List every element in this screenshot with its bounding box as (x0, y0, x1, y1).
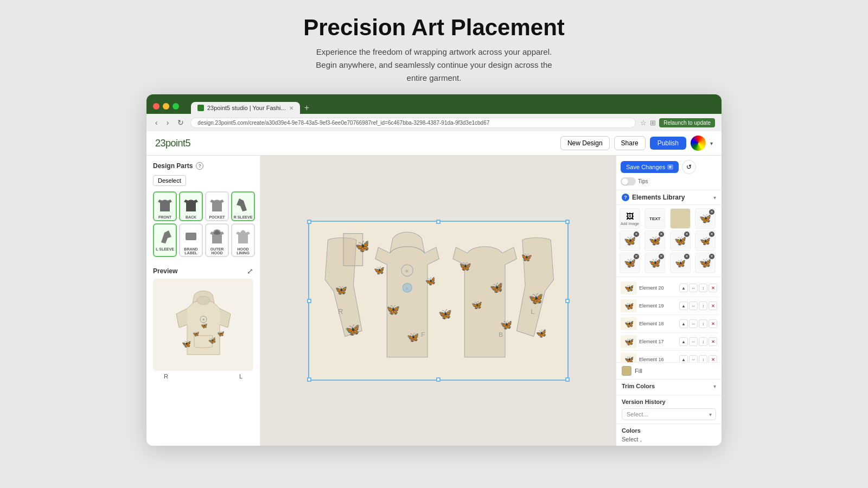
version-select[interactable]: Select... (622, 408, 716, 420)
design-parts-help-icon[interactable]: ? (196, 162, 203, 170)
ctrl-up-19[interactable]: ▲ (679, 301, 688, 310)
colors-select-row[interactable]: Select , (622, 436, 716, 442)
part-item-l-sleeve[interactable]: L SLEEVE (153, 223, 177, 257)
user-avatar[interactable] (691, 136, 706, 151)
part-item-front[interactable]: FRONT (153, 191, 177, 221)
tab-close-btn[interactable]: ✕ (289, 105, 293, 111)
handle-top-left[interactable] (307, 220, 311, 224)
relaunch-button[interactable]: Relaunch to update (659, 118, 715, 127)
element-row-20[interactable]: 🦋 Element 20 ▲ ↔ ↕ ✕ (620, 279, 718, 297)
elements-library-title: ? Elements Library (622, 194, 685, 201)
bookmark-icon[interactable]: ☆ (640, 119, 647, 127)
traffic-light-red[interactable] (153, 103, 159, 110)
part-item-back[interactable]: BACK (179, 191, 203, 221)
ctrl-up-18[interactable]: ▲ (679, 319, 688, 328)
element-row-18[interactable]: 🦋 Element 18 ▲ ↔ ↕ ✕ (620, 315, 718, 333)
element-row-16[interactable]: 🦋 Element 16 ▲ ↔ ↕ ✕ (620, 351, 718, 362)
share-button[interactable]: Share (614, 136, 646, 150)
lib-item-butterfly-9[interactable]: ✕ 🦋 (695, 253, 716, 273)
forward-nav-btn[interactable]: › (164, 117, 171, 128)
app-toolbar: 23point5 New Design Share Publish ▾ (146, 131, 722, 156)
ctrl-flip-h-18[interactable]: ↔ (689, 319, 698, 328)
lib-remove-btn-4[interactable]: ✕ (684, 232, 690, 237)
lib-remove-btn-9[interactable]: ✕ (709, 254, 714, 259)
ctrl-up-20[interactable]: ▲ (679, 284, 688, 292)
ctrl-up-16[interactable]: ▲ (679, 355, 688, 362)
new-tab-button[interactable]: + (300, 103, 314, 113)
ctrl-flip-h-20[interactable]: ↔ (689, 284, 698, 292)
lib-item-butterfly-6[interactable]: ✕ 🦋 (620, 253, 640, 273)
traffic-light-green[interactable] (173, 103, 179, 110)
handle-bottom-right[interactable] (565, 377, 570, 382)
lib-remove-btn-3[interactable]: ✕ (659, 232, 664, 237)
ctrl-flip-v-17[interactable]: ↕ (699, 337, 707, 346)
lib-item-add-image[interactable]: 🖼 Add Image (620, 208, 640, 229)
ctrl-flip-v-16[interactable]: ↕ (699, 355, 707, 362)
save-changes-button[interactable]: Save Changes ▾ (621, 161, 679, 173)
tab-title: 23point5 studio | Your Fashi... (207, 105, 286, 111)
app-content: 23point5 New Design Share Publish ▾ Desi… (146, 131, 722, 446)
lib-item-butterfly-1[interactable]: ✕ 🦋 (695, 208, 716, 229)
ctrl-up-17[interactable]: ▲ (679, 337, 688, 346)
ctrl-flip-h-16[interactable]: ↔ (689, 355, 698, 362)
lib-remove-btn-7[interactable]: ✕ (659, 254, 664, 259)
traffic-light-yellow[interactable] (163, 103, 169, 110)
elements-help-icon[interactable]: ? (622, 194, 629, 201)
trim-colors-header: Trim Colors ▾ (622, 383, 716, 389)
deselect-button[interactable]: Deselect (153, 175, 186, 186)
butterfly-1: 🦋 (354, 240, 371, 254)
ctrl-remove-20[interactable]: ✕ (709, 284, 717, 292)
ctrl-flip-h-17[interactable]: ↔ (689, 337, 698, 346)
lib-item-butterfly-5[interactable]: ✕ 🦋 (695, 230, 716, 251)
ctrl-flip-v-19[interactable]: ↕ (699, 301, 707, 310)
lib-remove-btn-1[interactable]: ✕ (709, 209, 714, 215)
handle-bottom-left[interactable] (307, 377, 311, 382)
element-row-19[interactable]: 🦋 Element 19 ▲ ↔ ↕ ✕ (620, 297, 718, 315)
lib-item-butterfly-4[interactable]: ✕ 🦋 (670, 230, 691, 251)
lib-item-butterfly-7[interactable]: ✕ 🦋 (644, 253, 665, 273)
handle-mid-left[interactable] (307, 299, 311, 303)
handle-bottom-center[interactable] (436, 377, 441, 382)
new-design-button[interactable]: New Design (560, 136, 610, 150)
ctrl-remove-19[interactable]: ✕ (709, 301, 717, 310)
ctrl-remove-18[interactable]: ✕ (709, 319, 717, 328)
part-item-brand-label[interactable]: BRAND LABEL (179, 223, 203, 257)
preview-expand-button[interactable]: ⤢ (247, 267, 253, 275)
handle-top-right[interactable] (565, 220, 570, 224)
element-row-17[interactable]: 🦋 Element 17 ▲ ↔ ↕ ✕ (620, 333, 718, 351)
url-text: design.23point5.com/create/a30d39e4-9e78… (197, 120, 489, 126)
part-item-outer-hood[interactable]: OUTER HOOD (205, 223, 229, 257)
browser-tab-active[interactable]: 23point5 studio | Your Fashi... ✕ (191, 102, 300, 114)
address-box[interactable]: design.23point5.com/create/a30d39e4-9e78… (190, 118, 636, 128)
canvas-area[interactable]: R (260, 156, 616, 446)
elements-library-chevron[interactable]: ▾ (713, 195, 716, 201)
tips-toggle[interactable] (621, 177, 636, 185)
lib-remove-btn-6[interactable]: ✕ (634, 254, 639, 259)
fill-color-swatch[interactable] (622, 366, 631, 376)
ctrl-remove-16[interactable]: ✕ (709, 355, 717, 362)
extensions-icon[interactable]: ⊞ (650, 119, 656, 127)
trim-colors-chevron[interactable]: ▾ (713, 383, 716, 389)
lib-item-butterfly-3[interactable]: ✕ 🦋 (644, 230, 665, 251)
part-item-hood-lining[interactable]: HOOD LINING (231, 223, 255, 257)
undo-button[interactable]: ↺ (682, 160, 696, 174)
lib-remove-btn-5[interactable]: ✕ (709, 232, 714, 237)
handle-mid-right[interactable] (565, 299, 570, 303)
ctrl-flip-v-20[interactable]: ↕ (699, 284, 707, 292)
ctrl-remove-17[interactable]: ✕ (709, 337, 717, 346)
ctrl-flip-h-19[interactable]: ↔ (689, 301, 698, 310)
user-menu-chevron[interactable]: ▾ (710, 140, 713, 146)
lib-item-butterfly-8[interactable]: ✕ 🦋 (670, 253, 691, 273)
ctrl-flip-v-18[interactable]: ↕ (699, 319, 707, 328)
publish-button[interactable]: Publish (650, 137, 686, 150)
lib-item-add-text[interactable]: TEXT (644, 208, 665, 229)
lib-remove-btn-8[interactable]: ✕ (684, 254, 690, 259)
lib-item-color-swatch[interactable] (670, 208, 691, 229)
back-nav-btn[interactable]: ‹ (153, 117, 160, 128)
lib-remove-btn-2[interactable]: ✕ (634, 232, 639, 237)
part-item-pocket[interactable]: POCKET (205, 191, 229, 221)
part-item-r-sleeve[interactable]: R SLEEVE (231, 191, 255, 221)
handle-top-center[interactable] (436, 220, 441, 224)
refresh-nav-btn[interactable]: ↻ (175, 117, 186, 128)
lib-item-butterfly-2[interactable]: ✕ 🦋 (620, 230, 640, 251)
